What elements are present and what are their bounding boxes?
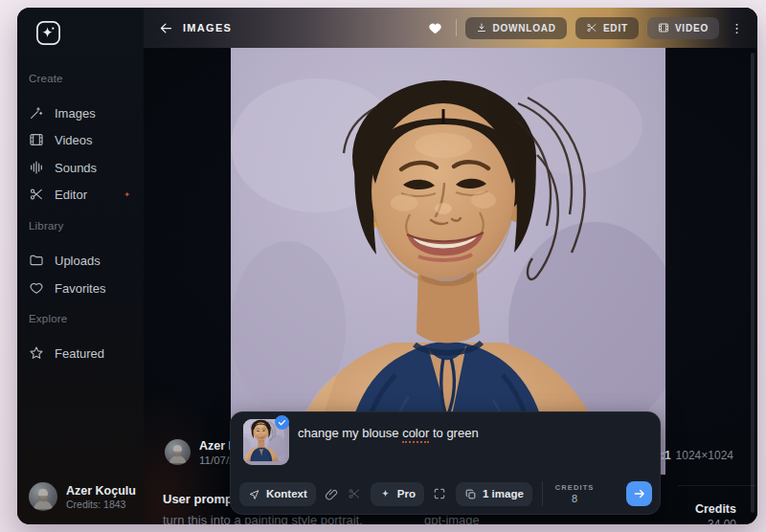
video-button[interactable]: VIDEO [647, 17, 719, 39]
heart-icon [29, 280, 44, 296]
edit-button[interactable]: EDIT [575, 17, 639, 39]
paper-plane-icon [248, 488, 260, 500]
expand-icon[interactable] [433, 487, 447, 501]
sidebar-item-label: Sounds [55, 161, 97, 175]
sidebar-item-videos[interactable]: Videos [21, 126, 140, 153]
sidebar: Create Images Videos Sounds Editor ✦ Lib… [17, 8, 144, 524]
sidebar-item-label: Editor [55, 188, 87, 202]
breadcrumb: IMAGES [183, 22, 232, 33]
favorite-heart-icon[interactable] [427, 20, 443, 36]
credits-value: 8 [572, 493, 577, 504]
generated-image[interactable] [231, 40, 665, 475]
generation-cost: CREDITS 8 [555, 483, 595, 504]
sidebar-section-create: Create [29, 73, 63, 84]
credits-value: 34.00 [708, 518, 736, 524]
image-count-button[interactable]: 1 image [456, 482, 532, 506]
sidebar-item-images[interactable]: Images [21, 100, 140, 126]
image-meta: 1:11024×1024 [654, 449, 733, 462]
credits-footer: Credits 34.00 [678, 485, 757, 524]
sidebar-item-favorites[interactable]: Favorites [21, 275, 140, 301]
topbar-actions: DOWNLOAD EDIT VIDEO ⋮ [427, 8, 747, 48]
scissors-icon[interactable] [348, 487, 362, 501]
film-icon [658, 22, 669, 33]
viewer-pane: IMAGES DOWNLOAD EDIT VIDEO ⋮ [144, 8, 757, 524]
divider [456, 19, 457, 36]
attach-paperclip-icon[interactable] [325, 487, 339, 501]
sidebar-user[interactable]: Azer Koçulu Credits: 1843 [29, 482, 136, 511]
waveform-icon [29, 160, 44, 175]
folder-icon [29, 253, 44, 268]
composer-toolbar: Kontext Pro 1 image [239, 481, 652, 506]
copies-icon [464, 488, 477, 500]
credits-label: CREDITS [555, 483, 595, 492]
scrollbar[interactable] [751, 53, 755, 513]
film-icon [29, 132, 44, 147]
sidebar-item-featured[interactable]: Featured [21, 340, 140, 366]
kontext-model-button[interactable]: Kontext [239, 482, 316, 506]
image-size: 1024×1024 [676, 449, 733, 462]
sidebar-item-sounds[interactable]: Sounds [21, 154, 140, 181]
app-logo-icon[interactable] [35, 20, 61, 46]
sidebar-section-library: Library [29, 220, 64, 232]
user-name: Azer Koçulu [66, 484, 136, 499]
more-options-kebab-icon[interactable]: ⋮ [728, 22, 746, 34]
avatar [165, 439, 191, 465]
sparkle-star-icon [379, 488, 392, 500]
scissors-icon [586, 22, 597, 33]
sidebar-item-uploads[interactable]: Uploads [21, 247, 140, 274]
prompt-input[interactable]: change my blouse color to green [298, 426, 479, 440]
divider [542, 481, 543, 506]
scissors-icon [29, 187, 44, 202]
app-window: Create Images Videos Sounds Editor ✦ Lib… [17, 8, 757, 524]
spellcheck-word: color [402, 426, 429, 443]
sidebar-item-label: Videos [55, 133, 93, 147]
credits-label: Credits [695, 502, 736, 516]
send-button[interactable] [626, 481, 652, 506]
sidebar-item-label: Images [55, 106, 96, 121]
download-button[interactable]: DOWNLOAD [465, 17, 567, 39]
back-to-images-button[interactable]: IMAGES [159, 21, 232, 35]
pro-mode-button[interactable]: Pro [371, 482, 424, 506]
sidebar-section-explore: Explore [29, 313, 67, 324]
user-credits: Credits: 1843 [66, 499, 136, 510]
sidebar-item-label: Favorites [55, 281, 105, 296]
sidebar-item-label: Uploads [55, 254, 101, 268]
sidebar-item-editor[interactable]: Editor ✦ [21, 181, 140, 208]
back-arrow-icon [159, 21, 173, 35]
avatar [29, 482, 57, 511]
viewer-topbar: IMAGES DOWNLOAD EDIT VIDEO ⋮ [144, 8, 757, 48]
wand-icon [29, 105, 44, 121]
new-badge-dot: ✦ [124, 190, 130, 199]
star-icon [29, 345, 44, 361]
download-icon [476, 22, 487, 33]
selected-check-badge [275, 415, 289, 430]
prompt-composer: change my blouse color to green Kontext … [230, 411, 661, 515]
sidebar-item-label: Featured [55, 346, 104, 361]
